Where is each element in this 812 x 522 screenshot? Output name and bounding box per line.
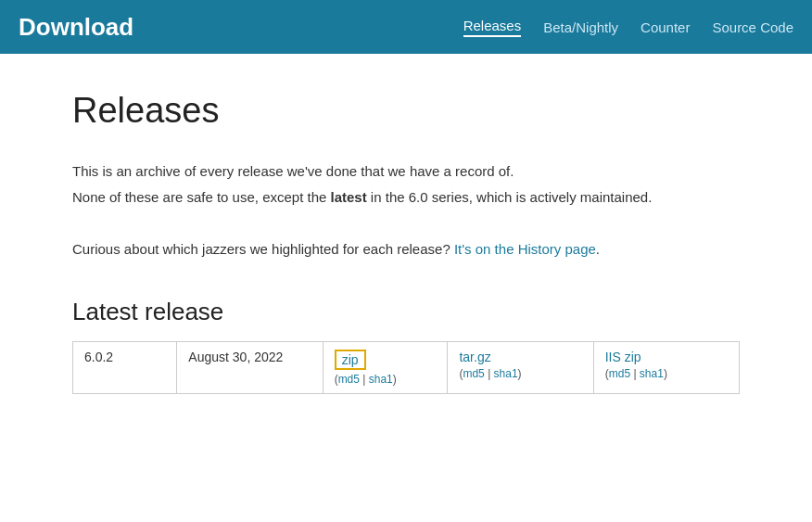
- zip-hash-links: (md5 | sha1): [335, 373, 437, 386]
- release-zip-cell: zip (md5 | sha1): [323, 342, 448, 394]
- iiszip-md5-link[interactable]: md5: [609, 367, 630, 380]
- tarzip-hash-links: (md5 | sha1): [459, 367, 581, 380]
- desc-line2-post: in the 6.0 series, which is actively mai…: [367, 189, 653, 205]
- nav-source-code[interactable]: Source Code: [712, 19, 793, 35]
- desc-line2: None of these are safe to use, except th…: [72, 186, 740, 209]
- curious-post: .: [596, 241, 600, 257]
- nav-releases[interactable]: Releases: [463, 18, 522, 37]
- curious-pre: Curious about which jazzers we highlight…: [72, 241, 454, 257]
- latest-release-heading: Latest release: [72, 298, 740, 326]
- iiszip-hash-links: (md5 | sha1): [605, 367, 728, 380]
- zip-sha1-link[interactable]: sha1: [369, 373, 393, 386]
- desc-line2-pre: None of these are safe to use, except th…: [72, 189, 331, 205]
- desc-line1: This is an archive of every release we'v…: [72, 160, 740, 183]
- site-title: Download: [19, 13, 133, 42]
- curious-paragraph: Curious about which jazzers we highlight…: [72, 238, 740, 261]
- nav-counter[interactable]: Counter: [641, 19, 690, 35]
- zip-md5-link[interactable]: md5: [338, 373, 360, 386]
- header: Download Releases Beta/Nightly Counter S…: [0, 0, 812, 54]
- main-nav: Releases Beta/Nightly Counter Source Cod…: [463, 18, 793, 37]
- iiszip-download-link[interactable]: IIS zip: [605, 350, 641, 364]
- release-iiszip-cell: IIS zip (md5 | sha1): [593, 342, 739, 394]
- tarzip-sha1-link[interactable]: sha1: [494, 367, 518, 380]
- release-table: 6.0.2 August 30, 2022 zip (md5 | sha1) t…: [72, 341, 740, 394]
- iiszip-sha1-link[interactable]: sha1: [640, 367, 664, 380]
- release-version: 6.0.2: [73, 342, 177, 394]
- desc-line2-bold: latest: [331, 189, 367, 205]
- main-content: Releases This is an archive of every rel…: [54, 54, 758, 431]
- release-date: August 30, 2022: [177, 342, 323, 394]
- table-row: 6.0.2 August 30, 2022 zip (md5 | sha1) t…: [73, 342, 740, 394]
- history-page-link[interactable]: It's on the History page: [454, 241, 596, 257]
- nav-beta-nightly[interactable]: Beta/Nightly: [543, 19, 618, 35]
- page-title: Releases: [72, 91, 740, 131]
- tarzip-md5-link[interactable]: md5: [463, 367, 484, 380]
- description-block: This is an archive of every release we'v…: [72, 160, 740, 209]
- zip-download-link[interactable]: zip: [335, 350, 366, 370]
- tarzip-download-link[interactable]: tar.gz: [459, 350, 490, 364]
- release-tarzip-cell: tar.gz (md5 | sha1): [448, 342, 593, 394]
